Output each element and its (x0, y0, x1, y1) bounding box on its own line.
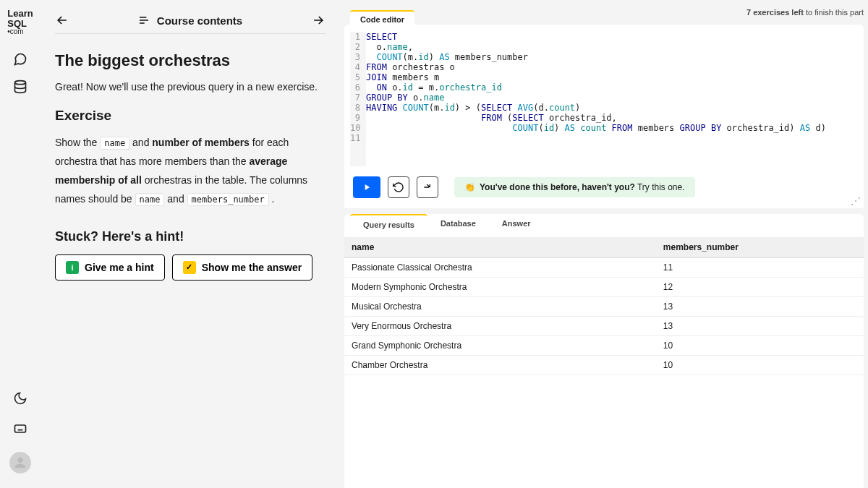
forward-button[interactable] (417, 176, 438, 198)
reset-button[interactable] (388, 176, 409, 198)
code-editor: Code editor 1234567891011 SELECT o.name,… (344, 25, 864, 208)
lesson-nav: Course contents (55, 0, 326, 34)
table-row: Grand Symphonic Orchestra10 (344, 336, 864, 356)
tab-answer[interactable]: Answer (489, 214, 544, 234)
lesson-panel: Course contents The biggest orchestras G… (41, 0, 340, 488)
table-row: Modern Symphonic Orchestra12 (344, 278, 864, 297)
table-row: Very Enormous Orchestra13 (344, 317, 864, 336)
resize-grip-icon[interactable]: ⋰ (851, 195, 861, 207)
check-icon: ✓ (183, 261, 196, 274)
progress-text: 7 exercises left to finish this part (340, 0, 868, 25)
side-rail: LearnSQL•com (0, 0, 41, 488)
hint-button[interactable]: iGive me a hint (55, 254, 165, 281)
line-gutter: 1234567891011 (350, 32, 366, 166)
keyboard-icon[interactable] (13, 421, 27, 436)
answer-button[interactable]: ✓Show me the answer (172, 254, 312, 281)
run-button[interactable] (353, 176, 380, 198)
arrow-right-up-icon (422, 181, 433, 193)
clap-icon: 👏 (464, 182, 475, 192)
logo[interactable]: LearnSQL•com (6, 6, 34, 39)
chat-icon[interactable] (13, 52, 27, 67)
contents-button[interactable]: Course contents (138, 14, 242, 27)
prev-icon[interactable] (55, 13, 69, 27)
svg-rect-1 (15, 425, 26, 432)
avatar[interactable] (9, 452, 31, 474)
table-row: Chamber Orchestra10 (344, 356, 864, 375)
next-icon[interactable] (311, 13, 326, 27)
table-row: Passionate Classical Orchestra11 (344, 258, 864, 278)
page-title: The biggest orchestras (55, 51, 326, 70)
moon-icon[interactable] (13, 391, 27, 406)
svg-point-0 (15, 80, 26, 84)
code-area[interactable]: SELECT o.name, COUNT(m.id) AS members_nu… (366, 32, 826, 166)
results-table: name members_number Passionate Classical… (344, 237, 864, 375)
database-icon[interactable] (13, 80, 27, 94)
refresh-icon (393, 181, 404, 193)
menu-icon (138, 14, 150, 26)
exercise-text: Show the name and number of members for … (55, 134, 326, 209)
table-row: Musical Orchestra13 (344, 297, 864, 317)
results-panel: Query results Database Answer name membe… (344, 214, 864, 488)
col-name: name (344, 237, 656, 258)
tab-database[interactable]: Database (427, 214, 489, 234)
col-members: members_number (656, 237, 864, 258)
intro-text: Great! Now we'll use the previous query … (55, 79, 326, 95)
feedback-banner: 👏 You've done this before, haven't you? … (454, 177, 695, 197)
tab-query-results[interactable]: Query results (350, 214, 427, 234)
hint-heading: Stuck? Here's a hint! (55, 229, 326, 244)
info-icon: i (66, 261, 79, 274)
editor-tab[interactable]: Code editor (350, 10, 414, 27)
exercise-heading: Exercise (55, 108, 326, 124)
